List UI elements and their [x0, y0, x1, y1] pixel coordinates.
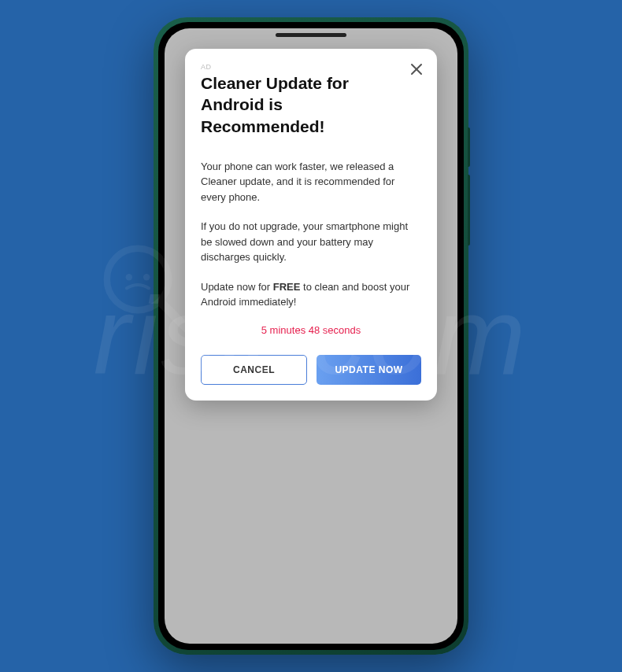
- svg-point-3: [143, 274, 150, 280]
- update-now-button[interactable]: UPDATE NOW: [317, 355, 421, 385]
- phone-bezel: AD Cleaner Update for Android is Recomme…: [158, 22, 464, 650]
- modal-paragraph-3: Update now for FREE to clean and boost y…: [201, 279, 421, 310]
- phone-speaker: [276, 33, 346, 37]
- cancel-button[interactable]: CANCEL: [201, 355, 307, 385]
- close-icon: [410, 63, 423, 76]
- modal-title: Cleaner Update for Android is Recommende…: [201, 72, 421, 137]
- modal-paragraph-1: Your phone can work faster, we released …: [201, 159, 421, 205]
- phone-screen: AD Cleaner Update for Android is Recomme…: [165, 28, 457, 644]
- ad-label: AD: [201, 63, 421, 71]
- svg-point-2: [125, 274, 131, 280]
- phone-device-frame: AD Cleaner Update for Android is Recomme…: [154, 17, 468, 655]
- para3-bold: FREE: [273, 281, 301, 293]
- para3-prefix: Update now for: [201, 281, 273, 293]
- update-modal: AD Cleaner Update for Android is Recomme…: [185, 49, 437, 401]
- modal-body: Your phone can work faster, we released …: [201, 159, 421, 310]
- countdown-timer: 5 minutes 48 seconds: [201, 324, 421, 336]
- button-row: CANCEL UPDATE NOW: [201, 355, 421, 385]
- modal-paragraph-2: If you do not upgrade, your smartphone m…: [201, 219, 421, 265]
- close-button[interactable]: [407, 60, 426, 79]
